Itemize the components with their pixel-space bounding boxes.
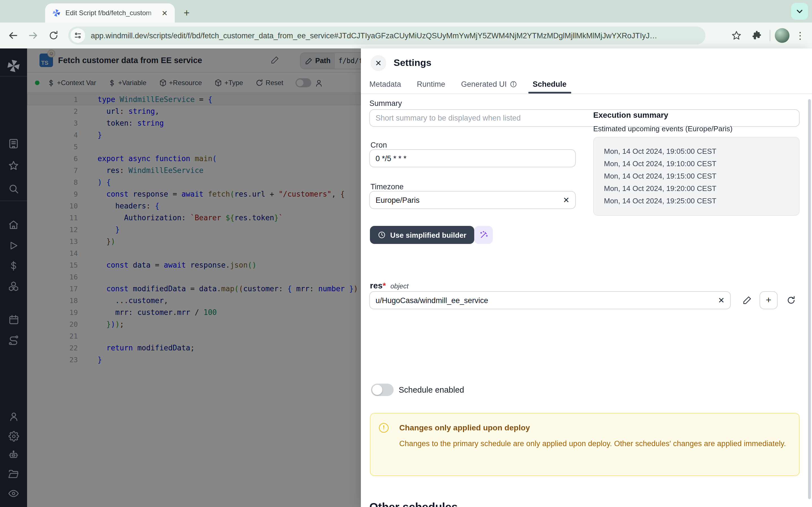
browser-tab[interactable]: Edit Script f/bd/fetch_custom ✕ — [45, 3, 175, 22]
timezone-input[interactable]: Europe/Paris ✕ — [369, 191, 576, 209]
code-line: 18 ...customer, — [27, 295, 361, 306]
path-chip[interactable]: Path f/bd/fetch_ — [300, 52, 361, 69]
refresh-icon — [786, 296, 796, 305]
add-variable-button[interactable]: +Variable — [109, 79, 146, 87]
path-value: f/bd/fetch_ — [335, 53, 361, 69]
execution-event: Mon, 14 Oct 2024, 19:15:00 CEST — [604, 170, 799, 182]
code-line: 15 const data = await response.json() — [27, 259, 361, 271]
line-number: 7 — [27, 166, 78, 175]
sidebar-item-folders[interactable] — [0, 466, 27, 483]
sidebar-item-flows[interactable] — [0, 332, 27, 349]
cron-input[interactable]: 0 */5 * * * — [369, 149, 576, 167]
code-line: 8) { — [27, 176, 361, 188]
settings-tabs: Metadata Runtime Generated UI Schedule — [361, 76, 812, 94]
upcoming-events-box: Mon, 14 Oct 2024, 19:05:00 CESTMon, 14 O… — [593, 137, 800, 216]
diff-toggle[interactable] — [296, 78, 312, 87]
ai-cron-button[interactable] — [474, 226, 493, 244]
code-line: 11 Authorization: `Bearer ${res.token}` — [27, 212, 361, 224]
wand-sparkles-icon — [479, 230, 488, 239]
tab-runtime[interactable]: Runtime — [417, 76, 446, 91]
code-line: 12 } — [27, 224, 361, 235]
reset-button[interactable]: Reset — [255, 79, 283, 87]
res-value: u/HugoCasa/windmill_ee_service — [375, 296, 488, 304]
res-input[interactable]: u/HugoCasa/windmill_ee_service ✕ — [369, 291, 731, 309]
schedule-enabled-toggle[interactable] — [371, 384, 394, 396]
tab-title: Edit Script f/bd/fetch_custom — [65, 9, 160, 17]
code-line: 4} — [27, 129, 361, 141]
add-resource-button[interactable]: + — [760, 291, 777, 309]
toolbar-item-label: +Variable — [118, 79, 146, 87]
profile-avatar[interactable] — [775, 28, 790, 43]
sidebar-item-resources[interactable] — [0, 278, 27, 295]
reload-button[interactable] — [45, 27, 62, 44]
bookmark-button[interactable] — [728, 27, 745, 44]
url-text: app.windmill.dev/scripts/edit/f/bd/fetch… — [91, 31, 657, 40]
drawer-scrollbar[interactable] — [808, 99, 811, 499]
windmill-favicon — [52, 8, 61, 17]
dollar-icon — [109, 79, 116, 87]
tab-generated-ui[interactable]: Generated UI — [461, 76, 517, 91]
sidebar-item-schedules[interactable] — [0, 311, 27, 328]
pinwheel-icon — [6, 59, 21, 73]
line-number: 8 — [27, 178, 78, 186]
sidebar-item-users[interactable] — [0, 408, 27, 425]
toolbar-item-label: +Type — [224, 79, 243, 87]
sidebar-item-home[interactable] — [0, 216, 27, 233]
extensions-button[interactable] — [748, 27, 765, 44]
line-number: 21 — [27, 332, 78, 340]
code-area[interactable]: 1type WindmillEeService = {2 url: string… — [27, 94, 361, 365]
line-number: 20 — [27, 320, 78, 328]
path-chip-left: Path — [301, 53, 335, 69]
sidebar-item-workspace[interactable] — [0, 135, 27, 152]
res-name: res — [370, 281, 383, 290]
line-number: 5 — [27, 143, 78, 151]
app-sidebar — [0, 48, 27, 507]
forward-button[interactable] — [25, 27, 42, 44]
code-line: 20 })); — [27, 318, 361, 330]
clear-timezone-icon[interactable]: ✕ — [563, 195, 569, 205]
line-number: 23 — [27, 355, 78, 364]
tab-schedule[interactable]: Schedule — [532, 76, 566, 91]
execution-event: Mon, 14 Oct 2024, 19:05:00 CEST — [604, 145, 799, 158]
sidebar-item-audit[interactable] — [0, 485, 27, 502]
back-button[interactable] — [4, 27, 21, 44]
tab-label: Generated UI — [461, 80, 507, 88]
tab-search-button[interactable] — [791, 3, 808, 20]
code-line: 2 url: string, — [27, 105, 361, 117]
new-tab-button[interactable]: + — [179, 6, 194, 20]
code-line: 14 — [27, 247, 361, 259]
add-type-button[interactable]: +Type — [214, 79, 243, 87]
browser-window: Edit Script f/bd/fetch_custom ✕ + app.wi… — [0, 0, 812, 507]
close-settings-button[interactable]: ✕ — [370, 55, 386, 71]
tab-metadata[interactable]: Metadata — [369, 76, 401, 91]
line-number: 2 — [27, 107, 78, 115]
sidebar-item-settings[interactable] — [0, 428, 27, 445]
execution-event: Mon, 14 Oct 2024, 19:20:00 CEST — [604, 182, 799, 195]
clear-res-icon[interactable]: ✕ — [718, 296, 725, 305]
summary-input[interactable]: Short summary to be displayed when liste… — [369, 109, 800, 127]
sidebar-item-runs[interactable] — [0, 237, 27, 254]
sidebar-item-variables[interactable] — [0, 258, 27, 274]
add-context-var-button[interactable]: +Context Var — [47, 79, 96, 87]
code-line: 3 token: string — [27, 117, 361, 129]
edit-title-button[interactable] — [271, 56, 279, 66]
sidebar-item-workers[interactable] — [0, 447, 27, 464]
add-resource-button[interactable]: +Resource — [159, 79, 202, 87]
code-line: 10 headers: { — [27, 200, 361, 212]
tab-close-icon[interactable]: ✕ — [160, 8, 169, 17]
timezone-value: Europe/Paris — [375, 196, 419, 204]
simplified-builder-button[interactable]: Use simplified builder — [370, 226, 474, 244]
summary-placeholder: Short summary to be displayed when liste… — [375, 114, 521, 122]
sidebar-item-favorites[interactable] — [0, 157, 27, 174]
edit-resource-button[interactable] — [741, 293, 754, 307]
clock-icon — [378, 231, 386, 239]
browser-menu-button[interactable]: ⋮ — [792, 27, 809, 44]
refresh-resource-button[interactable] — [784, 293, 798, 307]
site-info-button[interactable] — [70, 28, 85, 43]
windmill-logo-icon[interactable] — [0, 57, 27, 74]
sidebar-item-search[interactable] — [0, 180, 27, 197]
star-icon — [731, 31, 742, 41]
status-dot — [35, 80, 40, 85]
code-line: 23} — [27, 354, 361, 365]
address-bar[interactable]: app.windmill.dev/scripts/edit/f/bd/fetch… — [68, 26, 705, 45]
